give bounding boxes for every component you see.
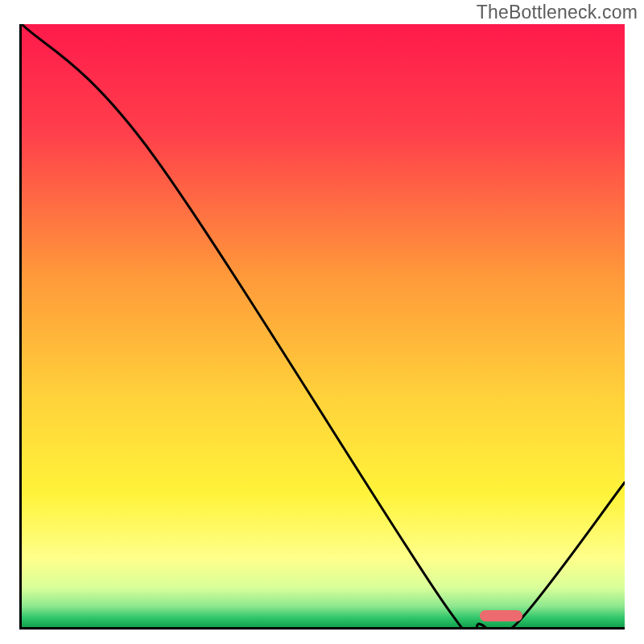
watermark-text: TheBottleneck.com [477, 2, 638, 23]
optimal-marker [480, 610, 522, 621]
bottleneck-curve [22, 24, 625, 627]
chart-frame: TheBottleneck.com [0, 0, 644, 644]
curve-path [22, 24, 625, 627]
plot-area [19, 24, 625, 630]
